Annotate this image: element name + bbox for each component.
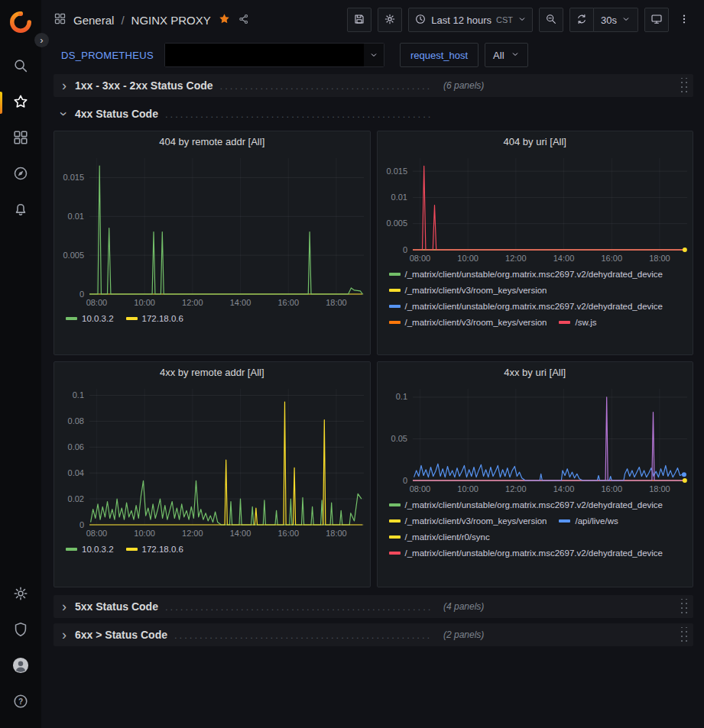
legend-item[interactable]: /_matrix/client/unstable/org.matrix.msc2…	[389, 546, 663, 560]
datasource-variable-label[interactable]: DS_PROMETHEUS	[61, 50, 154, 61]
refresh-button[interactable]	[569, 8, 594, 32]
datasource-variable-select[interactable]	[164, 43, 384, 67]
grafana-app: ? General / NGINX PROXY	[0, 0, 704, 728]
svg-text:0.02: 0.02	[68, 494, 84, 503]
svg-text:0.015: 0.015	[63, 173, 84, 182]
tv-mode-button[interactable]	[644, 8, 669, 32]
breadcrumb-separator: /	[121, 14, 124, 27]
sidebar-expand-button[interactable]: ›	[34, 33, 49, 47]
legend-item[interactable]: 10.0.3.2	[66, 312, 114, 325]
legend-series-swatch	[389, 273, 401, 276]
panel-title[interactable]: 404 by uri [All]	[378, 131, 693, 152]
chevron-down-icon: ›	[57, 108, 71, 120]
more-options-button[interactable]	[675, 8, 693, 32]
row-dots: ........................................…	[165, 108, 431, 120]
dashboard-row-4xx[interactable]: › 4xx Status Code ......................…	[54, 102, 693, 125]
search-icon	[12, 57, 29, 76]
legend-item[interactable]: /api/live/ws	[559, 514, 618, 528]
refresh-picker: 30s	[569, 8, 638, 32]
svg-text:?: ?	[18, 697, 23, 706]
dashboard-row-5xx[interactable]: › 5xx Status Code ......................…	[54, 595, 693, 618]
legend-series-swatch	[389, 503, 401, 506]
panel-title[interactable]: 4xx by uri [All]	[378, 362, 693, 383]
sidebar-item-starred[interactable]	[0, 85, 41, 121]
chevron-right-icon: ›	[58, 600, 70, 613]
sidebar-item-search[interactable]	[0, 49, 41, 85]
svg-text:0.005: 0.005	[63, 251, 84, 260]
legend-series-label: 10.0.3.2	[82, 542, 114, 556]
request-host-variable-value: All	[493, 50, 504, 61]
legend-series-swatch	[389, 519, 401, 523]
svg-text:0.01: 0.01	[68, 212, 84, 221]
request-host-variable-select[interactable]: All	[485, 43, 527, 67]
row-drag-handle[interactable]	[679, 627, 689, 642]
row-dots: ........................................…	[165, 601, 431, 613]
legend-item[interactable]: /_matrix/client/v3/room_keys/version	[389, 283, 547, 297]
time-range-label: Last 12 hours	[431, 15, 492, 26]
legend-series-swatch	[126, 548, 138, 551]
sidebar-item-configuration[interactable]	[0, 577, 41, 613]
page-title[interactable]: NGINX PROXY	[131, 14, 211, 27]
save-icon	[353, 13, 365, 28]
row-drag-handle[interactable]	[679, 78, 689, 93]
row-drag-handle[interactable]	[679, 599, 689, 614]
dashboard-row-6xx[interactable]: › 6xx > Status Code ....................…	[54, 623, 693, 646]
svg-text:18:00: 18:00	[326, 529, 347, 538]
svg-text:0.005: 0.005	[386, 218, 407, 228]
breadcrumb-section[interactable]: General	[73, 14, 114, 27]
save-dashboard-button[interactable]	[347, 8, 371, 32]
chart-legend: 10.0.3.2172.18.0.6	[54, 309, 370, 354]
legend-item[interactable]: /_matrix/client/r0/sync	[389, 530, 490, 544]
row-title: 4xx Status Code	[75, 108, 158, 120]
sidebar-item-explore[interactable]	[0, 157, 41, 193]
share-icon[interactable]	[238, 13, 250, 28]
svg-text:0.05: 0.05	[391, 434, 407, 443]
legend-item[interactable]: /_matrix/client/unstable/org.matrix.msc2…	[389, 299, 663, 313]
legend-item[interactable]: 172.18.0.6	[126, 312, 183, 325]
legend-series-label: /_matrix/client/unstable/org.matrix.msc2…	[405, 546, 663, 560]
svg-text:08:00: 08:00	[86, 529, 108, 538]
svg-text:16:00: 16:00	[601, 254, 622, 263]
kebab-menu-icon	[678, 13, 690, 28]
legend-item[interactable]: /sw.js	[559, 315, 596, 329]
user-avatar	[12, 657, 29, 676]
row-title: 1xx - 3xx - 2xx Status Code	[75, 79, 213, 92]
dashboard-variables-bar: DS_PROMETHEUS request_host All	[41, 40, 704, 70]
sidebar-item-profile[interactable]	[0, 649, 41, 684]
zoom-out-icon	[545, 13, 557, 28]
legend-item[interactable]: /_matrix/client/v3/room_keys/version	[389, 514, 547, 528]
svg-text:08:00: 08:00	[409, 484, 430, 493]
legend-item[interactable]: /_matrix/client/unstable/org.matrix.msc2…	[389, 498, 663, 512]
sidebar-item-server-admin[interactable]	[0, 613, 41, 649]
sidebar-item-dashboards[interactable]	[0, 121, 41, 157]
svg-text:10:00: 10:00	[457, 254, 479, 263]
star-filled-icon[interactable]	[218, 12, 231, 28]
chart-panel-1: 404 by remote addr [All]00.0050.010.0150…	[54, 131, 371, 355]
panels-grid: 404 by remote addr [All]00.0050.010.0150…	[54, 131, 693, 587]
sidebar-item-help[interactable]: ?	[0, 684, 41, 720]
legend-item[interactable]: /_matrix/client/v3/room_keys/version	[389, 315, 547, 329]
time-range-picker[interactable]: Last 12 hours CST	[408, 8, 533, 32]
panel-title[interactable]: 404 by remote addr [All]	[54, 131, 370, 152]
chart-legend: /_matrix/client/unstable/org.matrix.msc2…	[378, 265, 693, 354]
request-host-variable-label[interactable]: request_host	[400, 43, 479, 67]
grafana-logo[interactable]	[0, 6, 41, 38]
panel-title[interactable]: 4xx by remote addr [All]	[54, 362, 370, 383]
sidebar-item-alerting[interactable]	[0, 193, 41, 228]
clock-icon	[414, 13, 427, 28]
svg-text:0: 0	[402, 245, 407, 254]
chevron-down-icon	[517, 15, 527, 26]
zoom-out-button[interactable]	[539, 8, 563, 32]
legend-item[interactable]: 172.18.0.6	[126, 542, 183, 556]
legend-item[interactable]: /_matrix/client/unstable/org.matrix.msc2…	[389, 267, 663, 281]
chart-legend: /_matrix/client/unstable/org.matrix.msc2…	[378, 496, 693, 587]
refresh-interval-select[interactable]: 30s	[594, 8, 638, 32]
refresh-icon	[576, 13, 588, 28]
chart-panel-4: 4xx by uri [All]00.050.108:0010:0012:001…	[377, 361, 694, 587]
legend-series-swatch	[389, 321, 401, 324]
legend-item[interactable]: 10.0.3.2	[66, 542, 114, 556]
row-dots: ........................................…	[220, 80, 431, 92]
svg-text:0.1: 0.1	[395, 392, 407, 401]
dashboard-settings-button[interactable]	[378, 8, 402, 32]
dashboard-row-1xx-3xx-2xx[interactable]: › 1xx - 3xx - 2xx Status Code ..........…	[54, 74, 693, 97]
